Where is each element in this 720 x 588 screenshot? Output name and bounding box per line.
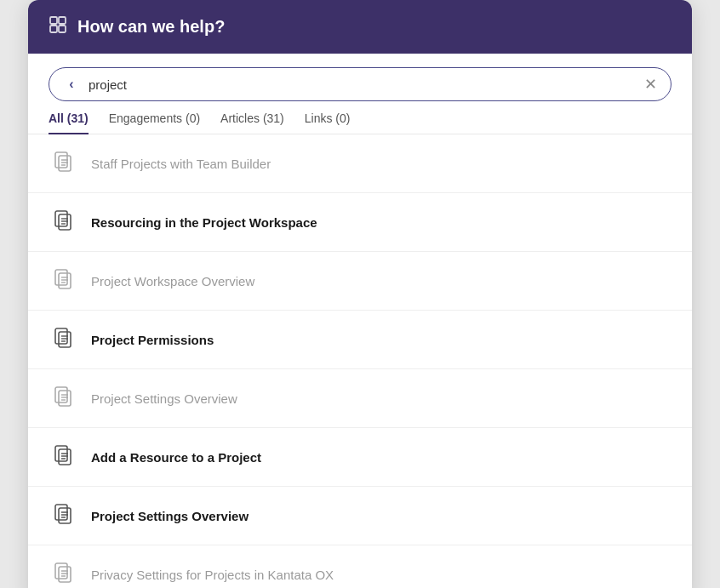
header-title: How can we help?: [77, 17, 225, 37]
svg-rect-3: [59, 26, 66, 32]
result-title: Project Settings Overview: [91, 509, 249, 523]
header: How can we help?: [28, 0, 692, 54]
result-title: Project Permissions: [91, 333, 214, 347]
header-icon: [49, 15, 67, 38]
svg-rect-10: [59, 214, 71, 230]
list-item[interactable]: Project Settings Overview: [28, 369, 692, 428]
result-title: Privacy Settings for Projects in Kantata…: [91, 568, 334, 582]
result-title: Add a Resource to a Project: [91, 450, 261, 465]
clear-button[interactable]: ✕: [644, 75, 657, 94]
svg-rect-40: [59, 567, 71, 582]
list-item[interactable]: Project Settings Overview: [28, 487, 692, 545]
search-area: ‹ ✕: [28, 54, 692, 101]
list-item[interactable]: Add a Resource to a Project: [28, 428, 692, 487]
svg-rect-0: [50, 17, 57, 24]
result-title: Project Workspace Overview: [91, 274, 254, 288]
article-icon: [49, 324, 79, 355]
list-item[interactable]: Privacy Settings for Projects in Kantata…: [28, 545, 692, 588]
tab-engagements[interactable]: Engagements (0): [109, 111, 200, 134]
list-item[interactable]: Project Permissions: [28, 311, 692, 369]
svg-rect-15: [59, 273, 71, 288]
help-widget: How can we help? ‹ ✕ All (31) Engagement…: [28, 0, 692, 588]
tabs-bar: All (31) Engagements (0) Articles (31) L…: [28, 101, 692, 134]
search-bar: ‹ ✕: [49, 67, 671, 101]
svg-rect-25: [59, 391, 71, 406]
result-title: Project Settings Overview: [91, 391, 237, 406]
result-title: Staff Projects with Team Builder: [91, 157, 271, 171]
tab-articles[interactable]: Articles (31): [220, 111, 284, 134]
tab-links[interactable]: Links (0): [305, 111, 351, 134]
svg-rect-35: [59, 508, 71, 523]
article-icon: [49, 559, 79, 588]
svg-rect-1: [59, 17, 66, 24]
article-icon: [49, 265, 79, 296]
article-icon: [49, 383, 79, 414]
svg-rect-5: [59, 156, 71, 171]
search-input[interactable]: [89, 77, 636, 92]
list-item[interactable]: Staff Projects with Team Builder: [28, 134, 692, 193]
results-list: Staff Projects with Team Builder Resourc…: [28, 134, 692, 588]
tab-all[interactable]: All (31): [49, 111, 89, 134]
result-title: Resourcing in the Project Workspace: [91, 215, 317, 230]
article-icon: [49, 148, 79, 179]
article-icon: [49, 207, 79, 237]
list-item[interactable]: Project Workspace Overview: [28, 252, 692, 311]
svg-rect-20: [59, 332, 71, 347]
back-button[interactable]: ‹: [63, 77, 80, 92]
article-icon: [49, 500, 79, 531]
svg-rect-30: [59, 449, 71, 465]
article-icon: [49, 442, 79, 472]
list-item[interactable]: Resourcing in the Project Workspace: [28, 193, 692, 252]
svg-rect-2: [50, 26, 57, 32]
